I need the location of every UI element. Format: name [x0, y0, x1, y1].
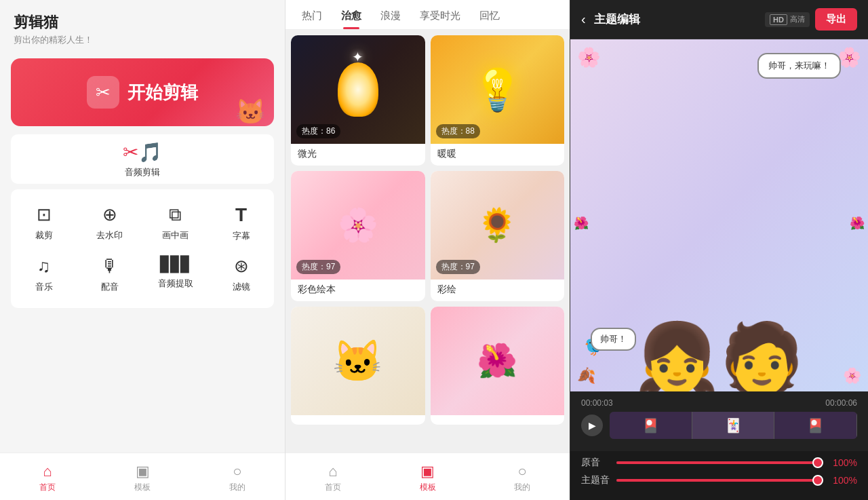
theme-audio-slider[interactable] — [616, 479, 823, 482]
export-button[interactable]: 导出 — [815, 8, 857, 31]
tool-voice[interactable]: 🎙 配音 — [77, 249, 142, 300]
cat-decoration-icon: 🐱 — [235, 98, 266, 126]
play-button[interactable]: ▶ — [581, 415, 603, 436]
tab-healing[interactable]: 治愈 — [332, 0, 371, 29]
middle-nav-profile[interactable]: ○ 我的 — [475, 463, 570, 493]
timeline-clips[interactable]: 🎴 🃏 🎴 — [610, 412, 857, 439]
clip-thumb-2: 🃏 — [692, 412, 775, 439]
timeline-track: ▶ 🎴 🃏 🎴 — [581, 412, 857, 439]
tool-pip[interactable]: ⧉ 画中画 — [142, 197, 208, 249]
template-thumb-caise: 🌸 热度：97 — [291, 171, 425, 280]
flower-top-right: 🌸 — [837, 46, 861, 69]
music-icon: ♫ — [37, 256, 51, 277]
tools-grid: ⊡ 裁剪 ⊕ 去水印 ⧉ 画中画 T 字幕 ♫ 音乐 🎙 配音 ▊▊▊ 音频提取… — [11, 189, 274, 308]
original-audio-thumb[interactable] — [812, 457, 823, 468]
template-name-caihui: 彩绘 — [431, 280, 565, 301]
original-audio-label: 原音 — [581, 457, 610, 469]
voice-icon: 🎙 — [101, 256, 119, 277]
middle-nav-template[interactable]: ▣ 模板 — [380, 463, 475, 493]
template-name-nuannuan: 暖暖 — [431, 144, 565, 166]
template-card-weiguang[interactable]: 热度：86 微光 — [291, 35, 425, 166]
audio-edit-section[interactable]: ✂🎵 音频剪辑 — [11, 134, 274, 184]
lightbulb-icon: 💡 — [472, 66, 523, 114]
middle-tabs: 热门 治愈 浪漫 享受时光 回忆 — [285, 0, 570, 30]
timeline-section: 00:00:03 00:00:06 ▶ 🎴 🃏 🎴 — [570, 391, 868, 451]
home-icon: ⌂ — [43, 463, 52, 480]
middle-template-label: 模板 — [420, 482, 436, 493]
middle-profile-icon: ○ — [518, 463, 527, 480]
audio-edit-label: 音频剪辑 — [125, 166, 160, 178]
right-title: 主题编辑 — [594, 12, 765, 27]
template-name-frame — [431, 415, 565, 425]
template-name-cat — [291, 415, 425, 425]
flower-mid-right: 🌺 — [850, 216, 865, 231]
character-2: 🧑 — [719, 324, 804, 391]
profile-label: 我的 — [229, 482, 245, 493]
heat-badge-caise: 热度：97 — [296, 260, 340, 274]
middle-profile-label: 我的 — [514, 482, 530, 493]
template-label: 模板 — [134, 482, 151, 493]
tab-memory[interactable]: 回忆 — [470, 0, 509, 29]
middle-template-icon: ▣ — [420, 463, 435, 480]
clip-thumb-1: 🎴 — [610, 412, 692, 439]
speech-bubble-top: 帅哥，来玩嘛！ — [757, 53, 841, 79]
template-name-caise: 彩色绘本 — [291, 280, 425, 301]
tool-filter[interactable]: ⊛ 滤镜 — [208, 249, 274, 300]
template-card-caise[interactable]: 🌸 热度：97 彩色绘本 — [291, 171, 425, 301]
character-1: 👧 — [635, 324, 719, 391]
template-card-cat[interactable]: 🐱 — [291, 307, 425, 425]
heat-badge-nuannuan: 热度：88 — [436, 124, 480, 138]
back-button[interactable]: ‹ — [581, 12, 586, 27]
tab-romance[interactable]: 浪漫 — [371, 0, 410, 29]
crop-label: 裁剪 — [35, 229, 53, 242]
timeline-start-time: 00:00:03 — [581, 398, 613, 408]
middle-nav: ⌂ 首页 ▣ 模板 ○ 我的 — [285, 453, 570, 500]
template-thumb-caihui: 🌻 热度：97 — [431, 171, 565, 280]
speech-bubble-bottom: 帅哥！ — [591, 328, 636, 351]
timeline-time-row: 00:00:03 00:00:06 — [581, 398, 857, 408]
left-header: 剪辑猫 剪出你的精彩人生！ — [0, 0, 285, 50]
template-card-caihui[interactable]: 🌻 热度：97 彩绘 — [431, 171, 565, 301]
tab-hot[interactable]: 热门 — [292, 0, 332, 29]
tool-watermark[interactable]: ⊕ 去水印 — [77, 197, 142, 249]
audio-scissors-icon: ✂🎵 — [123, 141, 162, 164]
app-subtitle: 剪出你的精彩人生！ — [14, 34, 271, 46]
tool-audio-extract[interactable]: ▊▊▊ 音频提取 — [142, 249, 208, 300]
start-edit-button[interactable]: ✂ 开始剪辑 🐱 — [11, 58, 274, 126]
middle-home-label: 首页 — [325, 482, 341, 493]
template-card-frame[interactable]: 🌺 — [431, 307, 565, 425]
scissors-icon: ✂ — [87, 76, 119, 109]
crop-icon: ⊡ — [37, 204, 52, 225]
subtitle-label: 字幕 — [233, 230, 250, 242]
left-nav-home[interactable]: ⌂ 首页 — [0, 463, 95, 493]
sparkle-decoration — [338, 62, 378, 117]
tool-music[interactable]: ♫ 音乐 — [11, 249, 77, 300]
flower-top-left: 🌸 — [577, 46, 601, 69]
theme-audio-thumb[interactable] — [812, 475, 823, 486]
template-thumb-weiguang: 热度：86 — [291, 35, 425, 144]
left-panel: 剪辑猫 剪出你的精彩人生！ ✂ 开始剪辑 🐱 ✂🎵 音频剪辑 ⊡ 裁剪 ⊕ 去水… — [0, 0, 285, 500]
app-title: 剪辑猫 — [14, 12, 271, 33]
left-nav: ⌂ 首页 ▣ 模板 ○ 我的 — [0, 453, 285, 500]
template-card-nuannuan[interactable]: 💡 热度：88 暖暖 — [431, 35, 565, 166]
template-icon: ▣ — [136, 463, 150, 480]
watermark-icon: ⊕ — [102, 204, 117, 225]
middle-nav-home[interactable]: ⌂ 首页 — [285, 463, 380, 493]
heat-badge-weiguang: 热度：86 — [296, 124, 340, 138]
middle-panel: 热门 治愈 浪漫 享受时光 回忆 热度：86 微光 💡 热度：88 暖暖 🌸 — [285, 0, 570, 500]
left-nav-profile[interactable]: ○ 我的 — [190, 463, 285, 493]
template-grid: 热度：86 微光 💡 热度：88 暖暖 🌸 热度：97 彩色绘本 🌻 热度：97 — [285, 30, 570, 453]
filter-label: 滤镜 — [233, 281, 250, 293]
theme-audio-fill — [616, 479, 823, 482]
theme-audio-row: 主题音 100% — [581, 474, 857, 486]
music-label: 音乐 — [35, 281, 53, 293]
tool-crop[interactable]: ⊡ 裁剪 — [11, 197, 77, 249]
tool-subtitle[interactable]: T 字幕 — [208, 197, 274, 249]
flower-mid-left: 🌺 — [574, 216, 589, 231]
tab-enjoy[interactable]: 享受时光 — [410, 0, 470, 29]
right-panel: ‹ 主题编辑 HD 高清 导出 🌸 🌸 🍂 🌸 🌺 🌺 帅哥，来玩嘛！ 👧 🧑 — [570, 0, 868, 500]
watermark-label: 去水印 — [96, 229, 123, 242]
video-preview: 🌸 🌸 🍂 🌸 🌺 🌺 帅哥，来玩嘛！ 👧 🧑 🐦 帅哥！ — [570, 39, 868, 391]
original-audio-slider[interactable] — [616, 461, 823, 464]
left-nav-template[interactable]: ▣ 模板 — [95, 463, 190, 493]
